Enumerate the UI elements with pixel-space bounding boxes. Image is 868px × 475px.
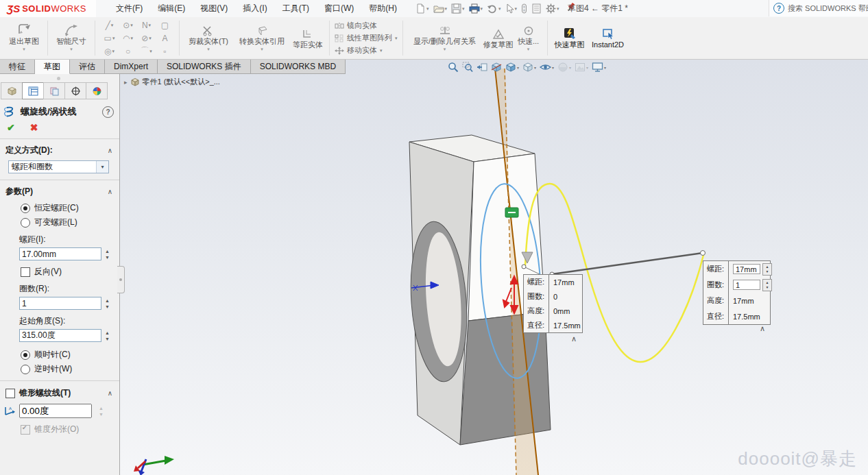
definition-dropdown[interactable]: 螺距和圈数 [8,160,109,173]
rectangle-tool-icon[interactable]: ▭ [104,34,115,43]
spinner-icon[interactable] [762,263,772,276]
menu-item-tools[interactable]: 工具(T) [275,0,317,17]
flyout-feature-tree[interactable]: 零件1 (默认<<默认>_... [124,77,220,87]
search-box[interactable]: 搜索 SOLIDWORKS 帮助 [769,0,868,16]
constant-pitch-radio[interactable]: 恒定螺距(C) [21,202,119,214]
edit-appearance-icon[interactable] [557,62,572,73]
helix-start-callout[interactable]: 螺距: 17mm 圈数: 0 高度: 0mm 直径: 17.5mm [523,274,583,333]
callout-collapse-icon[interactable] [571,334,577,343]
move-entities-button[interactable]: 移动实体 [335,45,398,56]
convert-entities-button[interactable]: 转换实体引用 [232,24,291,52]
help-icon[interactable] [773,3,784,14]
menu-item-insert[interactable]: 插入(I) [235,0,274,17]
chevron-down-icon[interactable] [96,161,108,173]
spinner-icon[interactable] [762,279,772,291]
tab-configurationmanager[interactable] [43,82,65,99]
reverse-checkbox[interactable]: 反向(V) [21,266,119,278]
select-icon[interactable] [504,3,519,14]
tab-solidworks-mbd[interactable]: SOLIDWORKS MBD [251,60,346,74]
arc-tool-icon[interactable]: ◠ [123,34,133,43]
tab-featuremanager-tree[interactable] [1,82,23,99]
tab-solidworks-addins[interactable]: SOLIDWORKS 插件 [158,60,251,74]
definition-section-header[interactable]: 定义方式(D): [0,140,119,158]
save-icon[interactable] [450,3,466,14]
polygon-tool-icon[interactable]: ○ [125,47,130,56]
revolutions-spinner[interactable] [105,298,110,309]
tab-features[interactable]: 特征 [0,60,35,74]
text-tool-icon[interactable]: A [162,34,167,43]
menu-item-help[interactable]: 帮助(H) [361,0,405,17]
tab-propertymanager[interactable] [22,82,44,99]
callout-pitch-input[interactable]: 17mm [733,264,760,274]
view-orientation-icon[interactable] [505,62,520,73]
tree-root-label[interactable]: 零件1 (默认<<默认>_... [143,77,220,87]
options-gear-icon[interactable] [544,3,561,14]
clockwise-radio[interactable]: 顺时针(C) [21,349,119,361]
collapse-icon[interactable] [108,389,112,397]
smart-dimension-button[interactable]: 智能尺寸 [53,24,90,52]
menu-item-view[interactable]: 视图(V) [193,0,235,17]
radio-icon[interactable] [21,365,30,374]
cancel-button[interactable] [30,122,38,133]
spline-tool-icon[interactable]: N [142,21,151,30]
section-view-icon[interactable] [490,62,503,73]
tree-expand-icon[interactable] [124,79,128,86]
trim-entities-button[interactable]: 剪裁实体(T) [184,24,232,52]
offset-entities-button[interactable]: 等距实体 [291,27,324,49]
new-icon[interactable] [414,3,431,14]
menu-item-file[interactable]: 文件(F) [108,0,150,17]
collapse-icon[interactable] [108,147,112,154]
tab-displaymanager[interactable] [86,82,108,99]
revolutions-input[interactable] [19,297,101,310]
file-properties-icon[interactable] [530,3,543,14]
panel-collapse-handle[interactable] [117,266,125,293]
plane-tool-icon[interactable]: ▢ [161,21,169,30]
print-icon[interactable] [468,3,485,14]
pm-help-icon[interactable] [102,106,114,118]
previous-view-icon[interactable] [476,62,488,73]
menu-item-window[interactable]: 窗口(W) [317,0,361,17]
pitch-spinner[interactable] [105,249,110,260]
quick-snaps-button[interactable]: 快速... [515,24,542,52]
taper-helix-section-header[interactable]: 锥形螺纹线(T) [0,382,119,401]
undo-icon[interactable] [485,3,503,14]
rebuild-icon[interactable] [520,3,529,14]
callout-revolutions-input[interactable]: 1 [733,280,760,290]
radio-icon[interactable] [21,204,30,213]
radio-icon[interactable] [21,218,30,228]
circle-tool-icon[interactable]: ⊙ [123,21,133,30]
exit-sketch-button[interactable]: 退出草图 [5,24,43,52]
point-tool-icon[interactable]: ▫ [163,47,166,56]
repair-sketch-button[interactable]: 修复草图 [482,27,515,49]
apply-scene-icon[interactable] [574,62,589,73]
display-style-icon[interactable] [522,62,537,73]
rapid-sketch-button[interactable]: 快速草图 [553,27,587,49]
parameters-section-header[interactable]: 参数(P) [0,181,119,199]
ok-button[interactable] [7,122,15,133]
view-settings-icon[interactable] [591,62,607,73]
start-angle-input[interactable] [19,329,101,342]
taper-angle-input[interactable] [19,404,92,418]
display-delete-relations-button[interactable]: 显示/删除几何关系 [408,24,482,52]
fillet-tool-icon[interactable]: ⌒ [141,45,152,57]
helix-end-callout[interactable]: 螺距: 17mm 圈数: 1 高度: 17mm 直径: 17.5mm [703,260,771,325]
zoom-to-fit-icon[interactable] [447,62,459,73]
taper-checkbox-icon[interactable] [5,389,15,398]
linear-sketch-pattern-button[interactable]: 线性草图阵列 [335,33,398,43]
start-angle-spinner[interactable] [105,330,110,341]
pitch-input[interactable] [19,247,101,260]
panel-grip-dot[interactable] [57,77,60,80]
slot-tool-icon[interactable]: ◎ [104,47,114,56]
checkbox-icon[interactable] [21,267,30,277]
radio-icon[interactable] [21,350,30,360]
tab-evaluate[interactable]: 评估 [70,60,105,74]
line-tool-icon[interactable]: ╱ [106,21,114,30]
instant2d-button[interactable]: Instant2D [587,27,629,49]
open-icon[interactable] [432,3,449,14]
variable-pitch-radio[interactable]: 可变螺距(L) [21,217,119,228]
hide-show-items-icon[interactable] [539,62,555,73]
collapse-icon[interactable] [108,188,112,195]
counterclockwise-radio[interactable]: 逆时针(W) [21,363,119,375]
callout-collapse-icon[interactable] [760,324,765,333]
tab-dimxpert[interactable]: DimXpert [105,60,158,74]
